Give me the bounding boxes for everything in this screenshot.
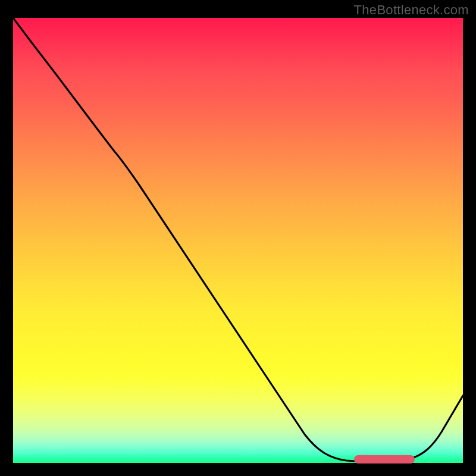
chart-svg [13, 18, 463, 463]
watermark-text: TheBottleneck.com [354, 2, 469, 18]
bottleneck-curve [13, 18, 463, 462]
gradient-plot-area [13, 18, 463, 463]
chart-frame: TheBottleneck.com [0, 0, 476, 476]
